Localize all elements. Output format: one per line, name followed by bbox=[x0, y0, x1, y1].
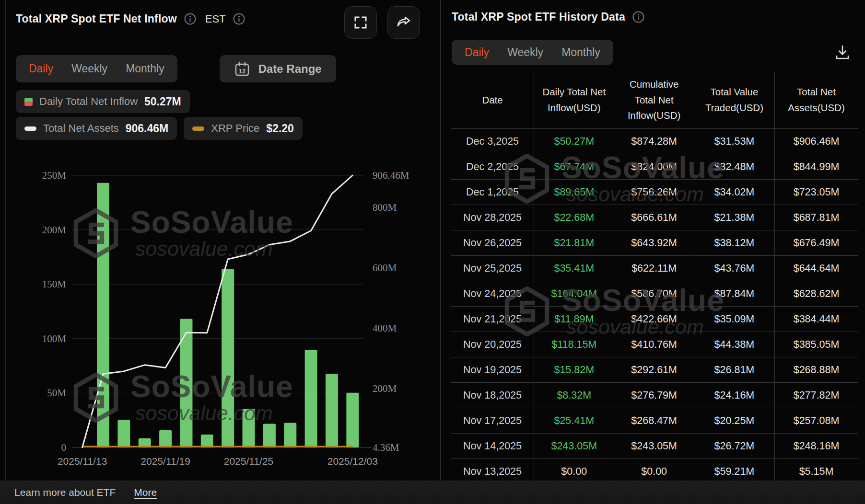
cell-traded: $38.12M bbox=[694, 230, 774, 256]
cell-cum: $276.79M bbox=[614, 383, 694, 408]
cell-inflow: $11.89M bbox=[534, 307, 614, 332]
cell-inflow: $21.81M bbox=[534, 230, 614, 256]
svg-text:800M: 800M bbox=[373, 202, 397, 213]
legend-total-net-assets[interactable]: Total Net Assets 906.46M bbox=[16, 117, 177, 140]
cell-date: Nov 14,2025 bbox=[451, 434, 534, 459]
cell-date: Dec 1,2025 bbox=[451, 180, 534, 205]
cell-assets: $723.05M bbox=[775, 180, 858, 205]
history-header: Total XRP Spot ETF History Data bbox=[452, 11, 644, 23]
cell-inflow: $243.05M bbox=[534, 434, 614, 459]
footer-more-link[interactable]: More bbox=[134, 487, 157, 498]
legend-row-1: Daily Total Net Inflow 50.27M bbox=[16, 90, 190, 113]
history-table: Date Daily Total Net Inflow(USD) Cumulat… bbox=[451, 72, 858, 484]
cell-traded: $35.09M bbox=[694, 307, 774, 332]
svg-text:906.46M: 906.46M bbox=[373, 170, 409, 181]
panel-edge-line bbox=[5, 0, 6, 504]
cell-inflow: $89.65M bbox=[534, 180, 614, 205]
cell-traded: $32.48M bbox=[694, 154, 774, 180]
cell-assets: $384.44M bbox=[775, 307, 858, 332]
share-button[interactable] bbox=[387, 6, 420, 39]
fullscreen-button[interactable] bbox=[344, 6, 377, 39]
page-title: Total XRP Spot ETF Net Inflow bbox=[16, 12, 177, 25]
history-tab-monthly[interactable]: Monthly bbox=[561, 46, 600, 59]
legend-label: XRP Price bbox=[211, 122, 259, 135]
history-tab-daily[interactable]: Daily bbox=[465, 46, 489, 59]
cell-date: Nov 17,2025 bbox=[451, 408, 534, 434]
table-row: Nov 14,2025$243.05M$243.05M$26.72M$248.1… bbox=[451, 434, 858, 459]
footer-text: Learn more about ETF bbox=[14, 487, 116, 498]
cell-inflow: $8.32M bbox=[534, 383, 614, 408]
cell-date: Nov 26,2025 bbox=[451, 230, 534, 256]
cell-cum: $622.11M bbox=[614, 256, 694, 281]
cell-inflow: $22.68M bbox=[534, 205, 614, 230]
tab-monthly[interactable]: Monthly bbox=[126, 62, 164, 75]
cell-date: Nov 20,2025 bbox=[451, 332, 534, 357]
tab-weekly[interactable]: Weekly bbox=[71, 62, 107, 75]
cell-cum: $874.28M bbox=[614, 129, 694, 154]
cell-assets: $844.99M bbox=[775, 154, 858, 180]
cell-traded: $34.02M bbox=[694, 180, 774, 205]
cell-assets: $628.62M bbox=[775, 281, 858, 307]
net-inflow-panel: Total XRP Spot ETF Net Inflow EST Daily bbox=[14, 0, 440, 481]
col-header-date: Date bbox=[451, 72, 534, 129]
col-header-value-traded: Total Value Traded(USD) bbox=[694, 72, 774, 129]
download-button[interactable] bbox=[831, 41, 853, 63]
legend-row-2: Total Net Assets 906.46M XRP Price $2.20 bbox=[16, 117, 303, 140]
history-table-wrap: Date Daily Total Net Inflow(USD) Cumulat… bbox=[451, 72, 858, 484]
history-info-icon[interactable] bbox=[632, 11, 644, 23]
table-row: Nov 28,2025$22.68M$666.61M$21.38M$687.81… bbox=[451, 205, 858, 230]
table-row: Nov 17,2025$25.41M$268.47M$20.25M$257.08… bbox=[451, 408, 858, 434]
fullscreen-icon bbox=[353, 15, 368, 30]
legend-label: Daily Total Net Inflow bbox=[39, 95, 138, 108]
cell-assets: $268.88M bbox=[775, 357, 858, 383]
legend-xrp-price[interactable]: XRP Price $2.20 bbox=[184, 117, 303, 140]
timezone-label: EST bbox=[205, 13, 226, 25]
calendar-day-label: 12 bbox=[238, 68, 245, 75]
net-inflow-chart[interactable]: 050M100M150M200M250M4.36M200M400M600M800… bbox=[14, 158, 427, 474]
svg-text:100M: 100M bbox=[42, 333, 67, 344]
svg-text:150M: 150M bbox=[42, 278, 67, 290]
download-icon bbox=[834, 44, 851, 61]
cell-date: Dec 2,2025 bbox=[451, 154, 534, 180]
tab-daily[interactable]: Daily bbox=[29, 62, 53, 75]
cell-cum: $422.66M bbox=[614, 307, 694, 332]
cell-cum: $666.61M bbox=[614, 205, 694, 230]
date-range-button[interactable]: 12 Date Range bbox=[220, 55, 336, 82]
svg-text:50M: 50M bbox=[47, 387, 66, 399]
cell-assets: $676.49M bbox=[775, 230, 858, 256]
cell-traded: $26.72M bbox=[694, 434, 774, 459]
table-row: Nov 18,2025$8.32M$276.79M$24.16M$277.82M bbox=[451, 383, 858, 408]
cell-date: Nov 19,2025 bbox=[451, 357, 534, 383]
col-header-cumulative-inflow: Cumulative Total Net Inflow(USD) bbox=[614, 72, 694, 129]
history-tab-weekly[interactable]: Weekly bbox=[507, 46, 543, 59]
assets-legend-icon bbox=[24, 126, 36, 131]
cell-date: Nov 21,2025 bbox=[451, 307, 534, 332]
cell-cum: $643.92M bbox=[614, 230, 694, 256]
cell-cum: $292.61M bbox=[614, 357, 694, 383]
legend-value: $2.20 bbox=[266, 122, 294, 135]
cell-traded: $87.84M bbox=[694, 281, 774, 307]
table-row: Dec 1,2025$89.65M$756.26M$34.02M$723.05M bbox=[451, 180, 858, 205]
cell-assets: $687.81M bbox=[775, 205, 858, 230]
cell-traded: $21.38M bbox=[694, 205, 774, 230]
chart-controls: Daily Weekly Monthly 12 Date Range bbox=[16, 55, 336, 82]
chart-toolbar bbox=[344, 6, 420, 39]
legend-daily-net-inflow[interactable]: Daily Total Net Inflow 50.27M bbox=[16, 90, 190, 113]
cell-cum: $824.00M bbox=[614, 154, 694, 180]
chart-canvas: 050M100M150M200M250M4.36M200M400M600M800… bbox=[14, 158, 427, 474]
table-row: Nov 20,2025$118.15M$410.76M$44.38M$385.0… bbox=[451, 332, 858, 357]
svg-text:2025/11/25: 2025/11/25 bbox=[224, 456, 274, 467]
xrp-price-legend-icon bbox=[192, 126, 204, 131]
cell-inflow: $67.74M bbox=[534, 154, 614, 180]
cell-cum: $243.05M bbox=[614, 434, 694, 459]
footer-bar: Learn more about ETF More bbox=[0, 481, 865, 504]
cell-inflow: $35.41M bbox=[534, 256, 614, 281]
cell-cum: $268.47M bbox=[614, 408, 694, 434]
cell-cum: $410.76M bbox=[614, 332, 694, 357]
cell-traded: $31.53M bbox=[694, 129, 774, 154]
table-row: Nov 24,2025$164.04M$586.70M$87.84M$628.6… bbox=[451, 281, 858, 307]
history-title: Total XRP Spot ETF History Data bbox=[452, 11, 625, 23]
timezone-info-icon[interactable] bbox=[233, 13, 245, 25]
svg-text:2025/12/03: 2025/12/03 bbox=[327, 456, 378, 467]
info-icon[interactable] bbox=[184, 13, 196, 25]
